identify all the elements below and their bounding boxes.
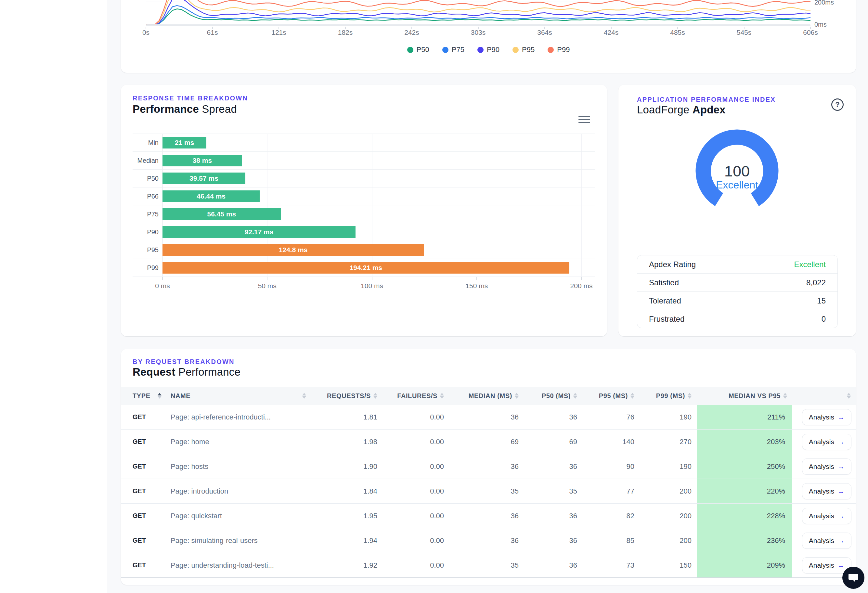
apdex-stat-label: Apdex Rating	[649, 260, 696, 269]
column-header-p99-ms-[interactable]: P99 (MS)	[639, 386, 697, 405]
column-header-failures-s[interactable]: FAILURES/S	[382, 386, 449, 405]
cell-p99-ms: 200	[639, 504, 697, 528]
legend-label: P95	[522, 46, 534, 54]
spread-category-label: P75	[133, 211, 159, 218]
arrow-right-icon: →	[837, 537, 844, 545]
cell-median-ms: 36	[449, 454, 524, 479]
analysis-button-label: Analysis	[809, 463, 834, 471]
legend-item-p90[interactable]: P90	[477, 46, 499, 54]
analysis-button[interactable]: Analysis→	[802, 483, 852, 499]
legend-label: P50	[416, 46, 429, 54]
cell-median-ms: 69	[449, 429, 524, 454]
y-axis-label-0ms: 0ms	[814, 21, 827, 28]
cell-p50-ms: 36	[524, 405, 582, 429]
spread-category-label: P66	[133, 193, 159, 200]
spread-bar-value: 46.44 ms	[196, 192, 226, 200]
cell-p50-ms: 69	[524, 429, 582, 454]
apdex-stat-value: 8,022	[806, 278, 826, 287]
column-header-type[interactable]: TYPE	[121, 386, 162, 405]
arrow-right-icon: →	[837, 512, 844, 520]
cell-failures-s: 0.00	[382, 528, 449, 553]
legend-item-p75[interactable]: P75	[442, 46, 464, 54]
chat-widget-button[interactable]	[842, 567, 864, 589]
spread-row-p95: P95124.8 ms	[133, 241, 595, 259]
cell-p95-ms: 73	[582, 553, 639, 577]
cell-median-vs-p95: 250%	[697, 454, 792, 479]
column-header-median-ms-[interactable]: MEDIAN (MS)	[449, 386, 524, 405]
analysis-button-label: Analysis	[809, 413, 834, 421]
sort-desc-icon	[688, 396, 692, 399]
cell-requests-s: 1.84	[309, 479, 382, 503]
spread-bar-min: 21 ms	[162, 137, 207, 149]
x-tick-label: 485s	[670, 29, 685, 36]
spread-x-tick-label: 0 ms	[155, 282, 170, 290]
cell-p99-ms: 190	[639, 405, 697, 429]
cell-name: Page: understanding-load-testi...	[162, 553, 309, 577]
spread-bar-p50: 39.57 ms	[162, 173, 245, 184]
spread-bar-p95: 124.8 ms	[162, 244, 424, 256]
legend-item-p50[interactable]: P50	[407, 46, 429, 54]
x-tick-label: 364s	[537, 29, 552, 36]
spread-row-p99: P99194.21 ms	[133, 259, 595, 276]
analysis-button-label: Analysis	[809, 512, 834, 520]
apdex-stat-value: 15	[817, 296, 826, 305]
column-header-label: TYPE	[133, 392, 151, 400]
spread-category-label: P99	[133, 264, 159, 271]
series-line-p99	[146, 0, 810, 25]
legend-dot-icon	[407, 47, 413, 53]
sort-icon	[847, 393, 851, 399]
sort-desc-icon	[440, 396, 444, 399]
x-tick-label: 545s	[737, 29, 752, 36]
spread-category-label: Min	[133, 139, 159, 146]
table-row: GETPage: home1.980.006969140270203%Analy…	[121, 429, 856, 454]
column-header-label: MEDIAN VS P95	[729, 392, 781, 400]
cell-type: GET	[121, 553, 162, 577]
requests-eyebrow: BY REQUEST BREAKDOWN	[133, 358, 235, 366]
analysis-button[interactable]: Analysis→	[802, 434, 852, 450]
column-header-median-vs-p95[interactable]: MEDIAN VS P95	[697, 386, 792, 405]
analysis-button[interactable]: Analysis→	[802, 459, 852, 475]
analysis-button-label: Analysis	[809, 487, 834, 495]
spread-bar-median: 38 ms	[162, 155, 242, 167]
apdex-title: LoadForge Apdex	[637, 104, 726, 116]
cell-type: GET	[121, 454, 162, 479]
analysis-button[interactable]: Analysis→	[802, 409, 852, 425]
table-row: GETPage: api-reference-introducti...1.81…	[121, 405, 856, 429]
cell-requests-s: 1.92	[309, 553, 382, 577]
column-header-p50-ms-[interactable]: P50 (MS)	[524, 386, 582, 405]
spread-row-p50: P5039.57 ms	[133, 169, 595, 187]
spread-bar-value: 21 ms	[175, 139, 194, 146]
column-header-requests-s[interactable]: REQUESTS/S	[309, 386, 382, 405]
table-row: GETPage: introduction1.840.0035357720022…	[121, 479, 856, 504]
spread-category-label: Median	[133, 157, 159, 164]
cell-median-vs-p95: 220%	[697, 479, 792, 503]
column-header-p95-ms-[interactable]: P95 (MS)	[582, 386, 639, 405]
analysis-button[interactable]: Analysis→	[802, 557, 852, 574]
legend-item-p99[interactable]: P99	[548, 46, 570, 54]
sort-desc-icon	[515, 396, 519, 399]
x-tick-label: 606s	[803, 29, 818, 36]
sort-asc-icon	[573, 393, 577, 395]
apdex-card: APPLICATION PERFORMANCE INDEX LoadForge …	[619, 85, 856, 336]
cell-p95-ms: 140	[582, 429, 639, 454]
help-icon[interactable]: ?	[831, 99, 844, 111]
analysis-button[interactable]: Analysis→	[802, 533, 852, 549]
cell-actions: Analysis→	[792, 479, 856, 503]
cell-type: GET	[121, 528, 162, 553]
spread-x-tick-label: 150 ms	[465, 282, 488, 290]
chart-menu-icon[interactable]	[579, 116, 590, 123]
cell-median-vs-p95: 236%	[697, 528, 792, 553]
spread-row-p90: P9092.17 ms	[133, 223, 595, 241]
arrow-right-icon: →	[837, 413, 844, 422]
cell-p99-ms: 150	[639, 553, 697, 577]
cell-p95-ms: 76	[582, 405, 639, 429]
spread-bar-p75: 56.45 ms	[162, 208, 281, 220]
column-header-actions[interactable]	[792, 386, 856, 405]
cell-actions: Analysis→	[792, 528, 856, 553]
legend-item-p95[interactable]: P95	[512, 46, 534, 54]
chart-legend: P50P75P90P95P99	[121, 46, 856, 54]
apdex-stat-label: Frustrated	[649, 314, 684, 324]
cell-type: GET	[121, 405, 162, 429]
column-header-name[interactable]: NAME	[162, 386, 309, 405]
analysis-button[interactable]: Analysis→	[802, 508, 852, 524]
